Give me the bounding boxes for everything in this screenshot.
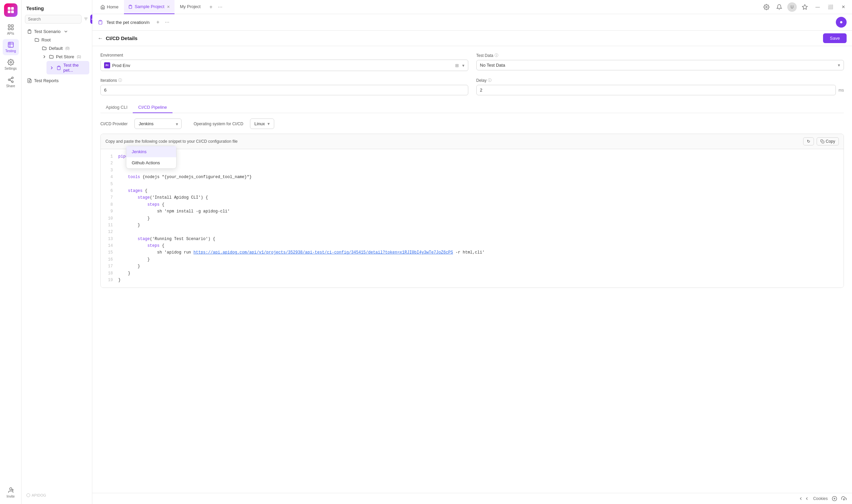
svg-rect-4 (8, 25, 10, 27)
copy-paste-label: Copy and paste the following code snippe… (105, 139, 238, 144)
home-tab-label: Home (107, 4, 119, 10)
bottom-icon-1[interactable] (832, 496, 837, 501)
filter-button[interactable] (84, 15, 88, 24)
tab-bar-right: U — ⬜ ✕ (762, 2, 848, 12)
bottom-icon-2[interactable] (841, 496, 847, 501)
sidebar-item-invite[interactable]: Invite (3, 485, 19, 501)
delay-input[interactable] (476, 85, 836, 95)
maximize-icon[interactable]: ⬜ (826, 2, 835, 12)
settings-label: Settings (4, 67, 17, 70)
environment-group: Environment Pr Prod Env ⊞ ▾ (100, 53, 468, 71)
bottom-bar: Cookies (92, 493, 852, 504)
tab-my-project[interactable]: My Project (176, 0, 205, 14)
cicd-content: Environment Pr Prod Env ⊞ ▾ Test Data ⓘ (92, 46, 852, 493)
code-block: 1 pipeline { 2 agent any 3 4 (101, 149, 844, 288)
back-button[interactable]: ← (98, 35, 103, 41)
form-row-1: Environment Pr Prod Env ⊞ ▾ Test Data ⓘ (100, 53, 844, 71)
svg-rect-3 (11, 11, 14, 13)
test-data-chevron-icon: ▾ (838, 62, 840, 68)
code-line-19: 19 } (106, 277, 838, 284)
code-line-16: 16 } (106, 256, 838, 263)
environment-label: Environment (100, 53, 468, 58)
svg-rect-7 (11, 28, 13, 30)
bottom-bar-collapse[interactable] (798, 496, 809, 501)
api-url-link[interactable]: https://api.apidog.com/api/v1/projects/3… (193, 250, 453, 255)
sidebar-item-test-pet[interactable]: Test the pet... (47, 61, 89, 74)
test-data-value: No Test Data (480, 62, 505, 68)
icon-bar: APIs Testing Settings Share (0, 0, 21, 504)
header-actions: Save (823, 33, 847, 43)
more-panel-button[interactable]: ··· (163, 19, 171, 26)
sidebar-item-test-scenario[interactable]: Test Scenario (24, 27, 89, 36)
avatar[interactable]: U (787, 2, 797, 12)
bell-icon[interactable] (775, 2, 784, 12)
sidebar-item-settings[interactable]: Settings (3, 57, 19, 73)
sidebar-item-pet-store[interactable]: Pet Store (1) (39, 53, 89, 61)
root-label: Root (41, 37, 51, 42)
sidebar-item-share[interactable]: Share (3, 74, 19, 90)
svg-point-9 (12, 77, 13, 79)
tab-cicd-pipeline[interactable]: CI/CD Pipeline (133, 102, 172, 113)
svg-rect-29 (100, 20, 101, 21)
svg-rect-22 (29, 30, 30, 31)
sample-project-tab-label: Sample Project (135, 4, 164, 9)
iterations-input[interactable] (100, 85, 468, 95)
file-tab-label: Test the pet creation/n (106, 20, 150, 25)
copy-button[interactable]: Copy (817, 137, 839, 145)
refresh-icon: ↻ (807, 139, 810, 144)
add-panel-button[interactable]: + (154, 19, 161, 26)
page-title: CI/CD Details (106, 35, 137, 41)
sidebar-item-default[interactable]: Default (0) (39, 44, 89, 53)
delay-group: Delay ⓘ ms (476, 78, 844, 95)
settings-icon[interactable] (762, 2, 771, 12)
circle-plus-icon (832, 496, 837, 501)
cookies-item[interactable]: Cookies (813, 496, 828, 501)
pin-icon[interactable] (800, 2, 810, 12)
refresh-button[interactable]: ↻ (803, 137, 814, 145)
save-button[interactable]: Save (823, 33, 847, 43)
delay-help-icon: ⓘ (488, 78, 491, 83)
dropdown-item-github[interactable]: Github Actions (126, 157, 176, 168)
code-line-13: 13 stage('Running Test Scenario') { (106, 236, 838, 242)
special-action-button[interactable] (836, 17, 847, 28)
tab-sample-project[interactable]: Sample Project × (124, 0, 174, 14)
content-area: ← CI/CD Details Save Environment Pr Prod… (92, 31, 852, 504)
app-logo[interactable] (4, 3, 18, 17)
grid-icon: ⊞ (455, 63, 459, 68)
svg-point-8 (10, 61, 12, 63)
default-label: Default (49, 46, 63, 51)
svg-rect-1 (11, 7, 14, 10)
provider-select[interactable]: Jenkins Github Actions (135, 119, 181, 129)
minimize-icon[interactable]: — (813, 2, 822, 12)
add-tab-button[interactable]: + (207, 3, 214, 11)
tab-home[interactable]: Home (97, 4, 123, 10)
svg-rect-2 (8, 11, 11, 13)
sidebar-item-testing[interactable]: Testing (3, 39, 19, 55)
env-chevron-icon: ▾ (462, 63, 465, 68)
sidebar-item-apis[interactable]: APIs (3, 21, 19, 38)
tab-close-button[interactable]: × (167, 4, 171, 10)
code-line-11: 11 } (106, 222, 838, 229)
cookies-label: Cookies (813, 496, 828, 501)
svg-rect-0 (8, 7, 11, 10)
code-actions: ↻ Copy (803, 137, 839, 145)
test-file-icon (98, 19, 103, 25)
svg-rect-27 (130, 5, 131, 5)
environment-value: Prod Env (112, 63, 452, 68)
upload-icon (841, 496, 847, 501)
svg-rect-6 (8, 28, 10, 30)
apidog-label: APIDOG (32, 493, 46, 497)
provider-select-wrapper: Jenkins Github Actions ▾ (135, 119, 181, 129)
sidebar-item-root[interactable]: Root (32, 36, 89, 44)
environment-select[interactable]: Pr Prod Env ⊞ ▾ (100, 59, 468, 71)
sidebar-item-test-reports[interactable]: Test Reports (24, 76, 89, 85)
svg-point-14 (10, 488, 12, 490)
os-select[interactable]: Linux ▾ (250, 119, 274, 129)
more-tabs-button[interactable]: ··· (216, 3, 224, 11)
tab-apidog-cli[interactable]: Apidog CLI (100, 102, 133, 113)
search-input[interactable] (25, 15, 82, 23)
close-icon[interactable]: ✕ (838, 2, 848, 12)
test-data-select[interactable]: No Test Data ▾ (476, 60, 844, 70)
dropdown-item-jenkins[interactable]: Jenkins (126, 146, 176, 157)
main-area: Home Sample Project × My Project + ··· (92, 0, 852, 504)
